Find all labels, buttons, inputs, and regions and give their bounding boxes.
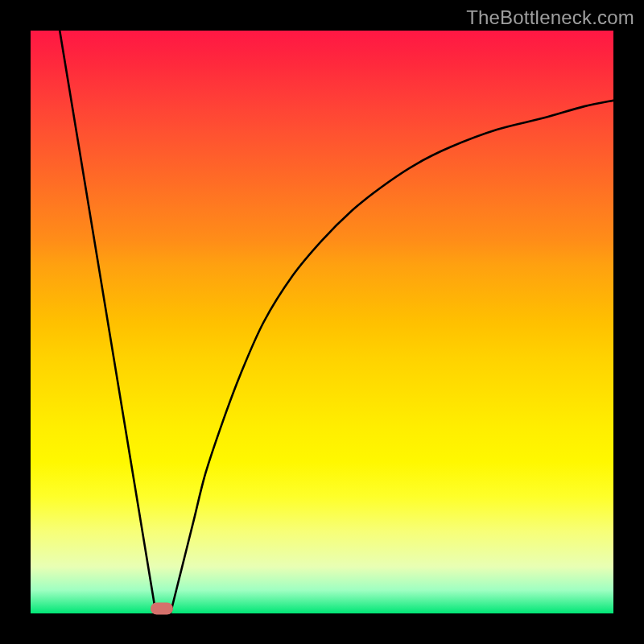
curve-layer [31,31,613,613]
optimal-marker [151,603,173,615]
chart-frame: TheBottleneck.com [0,0,644,644]
curve-path [60,31,613,613]
plot-area [31,31,613,613]
watermark-text: TheBottleneck.com [466,6,634,29]
